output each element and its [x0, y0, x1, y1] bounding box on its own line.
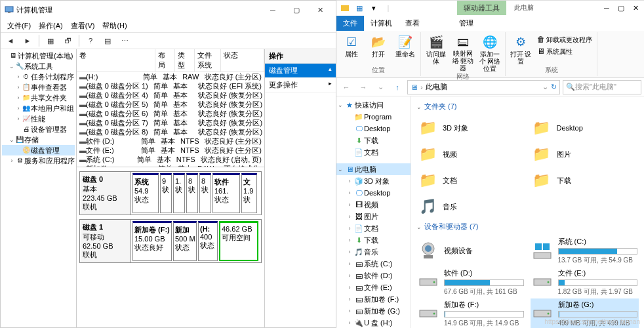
nav-new-f[interactable]: ›🖴新加卷 (F:)	[336, 293, 411, 305]
volume-row[interactable]: ▬(磁盘 0 磁盘分区 4)简单基本状态良好 (恢复分区)	[77, 91, 264, 100]
volume-list[interactable]: 卷 布局 类型 文件系统 状态 ▬(H:)简单基本RAW状态良好 (主分区)▬(…	[77, 49, 264, 167]
tab-view[interactable]: 查看	[399, 16, 426, 31]
nav-files-e[interactable]: ›🖴文件 (E:)	[336, 281, 411, 293]
recent-button[interactable]: ⌄	[373, 80, 388, 94]
ribbon-properties[interactable]: ☑属性	[339, 33, 364, 58]
minimize-button[interactable]: ─	[601, 2, 613, 14]
nav-desktop[interactable]: 🖵Desktop	[336, 123, 411, 134]
partition[interactable]: 9状	[160, 173, 172, 213]
nav-downloads2[interactable]: ›⬇下载	[336, 234, 411, 246]
drive-system-c[interactable]: 系统 (C:)13.7 GB 可用, 共 54.9 GB	[531, 236, 639, 266]
ribbon-add-location[interactable]: 🌐添加一个 网络位置	[477, 33, 502, 72]
partition[interactable]: 8状	[186, 173, 198, 213]
close-button[interactable]: ✕	[630, 2, 641, 14]
folder-pictures[interactable]: 📁图片	[531, 142, 639, 167]
more-icon[interactable]: ⋯	[117, 34, 132, 47]
col-fs[interactable]: 文件系统	[195, 49, 221, 72]
menu-action[interactable]: 操作(A)	[35, 19, 67, 32]
drive-software-d[interactable]: 软件 (D:)67.6 GB 可用, 共 161 GB	[416, 267, 525, 297]
tree-task-scheduler[interactable]: ›⏲任务计划程序	[2, 72, 75, 82]
properties-icon[interactable]: ▦	[353, 2, 365, 14]
tree-root[interactable]: 🖥计算机管理(本地)	[2, 51, 75, 61]
ribbon-rename[interactable]: 📝重命名	[393, 33, 418, 58]
volume-row[interactable]: ▬(H:)简单基本RAW状态良好 (主分区)	[77, 72, 264, 81]
list-icon[interactable]: ▤	[100, 34, 115, 47]
folder-desktop[interactable]: 📁Desktop	[531, 115, 639, 140]
disk-1[interactable]: 磁盘 1 可移动 62.50 GB 联机 新加卷 (F:)15.00 GB状态良…	[79, 219, 262, 263]
tree-performance[interactable]: ›📈性能	[2, 113, 75, 124]
col-status[interactable]: 状态	[221, 49, 264, 72]
ribbon-uninstall[interactable]: 🗑卸载或更改程序	[535, 33, 594, 45]
nav-tree[interactable]: 🖥计算机管理(本地) ⌄🔧系统工具 ›⏲任务计划程序 ›📋事件查看器 ›📁共享文…	[1, 49, 77, 327]
back-button[interactable]: ←	[339, 80, 353, 94]
folder-3d-objects[interactable]: 📁3D 对象	[416, 115, 525, 140]
menu-file[interactable]: 文件(F)	[3, 19, 35, 32]
tree-local-users[interactable]: ›👥本地用户和组	[2, 103, 75, 113]
nav-this-pc[interactable]: ⌄🖥此电脑	[336, 163, 411, 175]
col-type[interactable]: 类型	[175, 49, 195, 72]
partition[interactable]: 文1.9状	[241, 173, 257, 213]
address-bar[interactable]: 🖥 › 此电脑 ⌄ ↻	[407, 80, 560, 94]
ribbon-map-drive[interactable]: 🖴映射网络 驱动器	[451, 33, 475, 72]
tree-system-tools[interactable]: ⌄🔧系统工具	[2, 61, 75, 72]
folder-downloads[interactable]: 📁下载	[531, 168, 639, 193]
show-icon[interactable]: ▦	[43, 34, 58, 47]
refresh-icon[interactable]: ↻	[551, 83, 557, 91]
partition[interactable]: 系统54.9状态	[132, 173, 159, 213]
volume-row[interactable]: ▬(磁盘 0 磁盘分区 5)简单基本状态良好 (恢复分区)	[77, 100, 264, 109]
partition[interactable]: 新加500 M状态	[173, 221, 197, 261]
up-button[interactable]: ↑	[390, 80, 405, 94]
drive-files-e[interactable]: 文件 (E:)1.82 GB 可用, 共 1.97 GB	[531, 267, 639, 297]
ribbon-open[interactable]: 📂打开	[366, 33, 391, 58]
nav-desktop2[interactable]: ›🖵Desktop	[336, 187, 411, 199]
tab-computer[interactable]: 计算机	[364, 16, 399, 31]
tab-file[interactable]: 文件	[336, 16, 364, 31]
nav-software-d[interactable]: ›🖴软件 (D:)	[336, 270, 411, 281]
tab-manage[interactable]: 管理	[453, 16, 480, 31]
nav-programs[interactable]: 📁Program	[336, 111, 411, 123]
close-button[interactable]: ✕	[308, 3, 332, 17]
col-volume[interactable]: 卷	[77, 49, 155, 72]
partition[interactable]: (H:400状态	[198, 221, 218, 261]
maximize-button[interactable]: ▢	[615, 2, 627, 14]
folder-videos[interactable]: 📁视频	[416, 142, 525, 167]
drive-new-f[interactable]: 新加卷 (F:)14.9 GB 可用, 共 14.9 GB	[416, 298, 525, 328]
nav-videos[interactable]: ›🎞视频	[336, 199, 411, 211]
tree-services[interactable]: ›⚙服务和应用程序	[2, 155, 75, 166]
minimize-button[interactable]: ─	[261, 3, 285, 17]
search-input[interactable]: 🔍 搜索"此电脑"	[563, 80, 641, 94]
ribbon-sysprops[interactable]: 🖥系统属性	[535, 45, 594, 57]
nav-3d-objects[interactable]: ›🧊3D 对象	[336, 175, 411, 187]
refresh-icon[interactable]: 🗗	[60, 34, 75, 47]
menu-help[interactable]: 帮助(H)	[98, 19, 131, 32]
ribbon-settings[interactable]: ⚙打开 设置	[508, 33, 533, 65]
volume-row[interactable]: ▬(磁盘 0 磁盘分区 8)简单基本状态良好 (恢复分区)	[77, 127, 264, 136]
nav-quick-access[interactable]: ⌄★快速访问	[336, 99, 411, 111]
disk-0[interactable]: 磁盘 0 基本 223.45 GB 联机 系统54.9状态9状1.状8状8状软件…	[79, 171, 262, 215]
action-more[interactable]: 更多操作▸	[265, 78, 336, 92]
nav-pictures[interactable]: ›🖼图片	[336, 211, 411, 222]
nav-downloads[interactable]: ⬇下载	[336, 134, 411, 146]
tree-disk-management[interactable]: 📀磁盘管理	[2, 145, 75, 155]
qat-more-icon[interactable]: ▾	[368, 2, 380, 14]
menu-view[interactable]: 查看(V)	[67, 19, 99, 32]
volume-row[interactable]: ▬(磁盘 0 磁盘分区 7)简单基本状态良好 (恢复分区)	[77, 118, 264, 127]
nav-u-h[interactable]: ›🔌U 盘 (H:)	[336, 317, 411, 328]
back-icon[interactable]: ◄	[3, 34, 18, 47]
chevron-down-icon[interactable]: ⌄	[542, 83, 548, 91]
folder-music[interactable]: 🎵音乐	[416, 194, 525, 219]
volume-row[interactable]: ▬(磁盘 0 磁盘分区 6)简单基本状态良好 (恢复分区)	[77, 109, 264, 118]
tree-device-manager[interactable]: 🖨设备管理器	[2, 124, 75, 134]
partition[interactable]: 新加卷 (F:)15.00 GB状态良好	[132, 221, 172, 261]
drive-video-device[interactable]: 视频设备	[416, 236, 525, 266]
action-disk-mgmt[interactable]: 磁盘管理▴	[265, 64, 336, 78]
maximize-button[interactable]: ▢	[285, 3, 308, 17]
nav-system-c[interactable]: ›🖴系统 (C:)	[336, 258, 411, 270]
partition[interactable]: 8状	[199, 173, 211, 213]
volume-row[interactable]: ▬文件 (E:)简单基本NTFS状态良好 (主分区)	[77, 146, 264, 155]
tree-shared-folders[interactable]: ›📁共享文件夹	[2, 92, 75, 103]
context-tab[interactable]: 驱动器工具	[457, 1, 506, 16]
nav-new-g[interactable]: ›🖴新加卷 (G:)	[336, 305, 411, 317]
col-layout[interactable]: 布局	[155, 49, 175, 72]
volume-row[interactable]: ▬系统 (C:)简单基本NTFS状态良好 (启动, 页)	[77, 155, 264, 164]
